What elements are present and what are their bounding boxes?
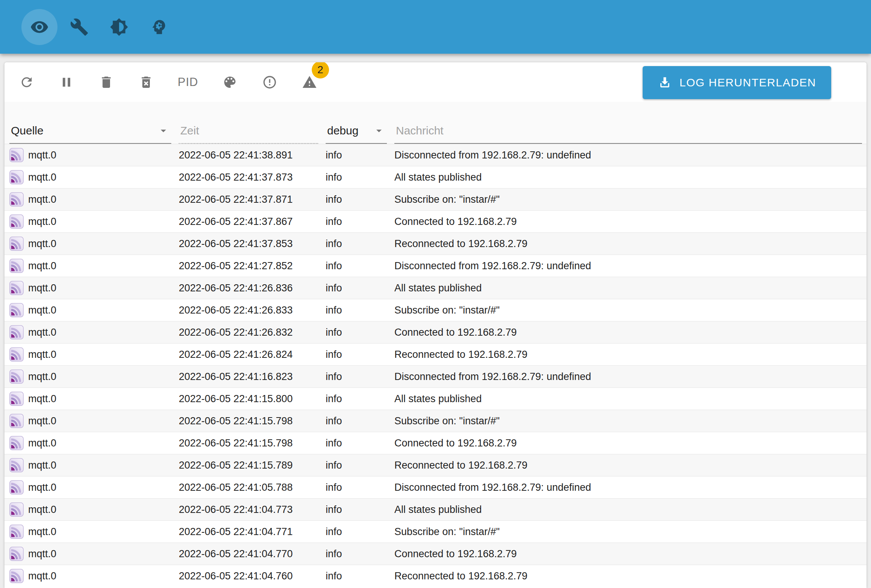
mqtt-adapter-icon — [9, 259, 24, 273]
clear-log-button[interactable] — [97, 73, 115, 91]
clear-log-file-button[interactable] — [137, 73, 155, 91]
severity-cell: info — [326, 349, 387, 360]
log-table-row[interactable]: mqtt.0 2022-06-05 22:41:16.823 info Disc… — [5, 365, 866, 387]
message-cell: Disconnected from 192.168.2.79: undefine… — [394, 371, 862, 383]
severity-cell: info — [326, 194, 387, 205]
trash-x-icon — [139, 75, 154, 90]
log-table-row[interactable]: mqtt.0 2022-06-05 22:41:04.771 info Subs… — [5, 520, 866, 543]
severity-cell: info — [326, 437, 387, 449]
warning-filter-button[interactable]: 2 — [300, 73, 319, 91]
source-label: mqtt.0 — [28, 415, 56, 427]
message-cell: Connected to 192.168.2.79 — [394, 548, 862, 560]
mqtt-adapter-icon — [9, 369, 24, 384]
mqtt-adapter-icon — [9, 237, 24, 251]
log-table-row[interactable]: mqtt.0 2022-06-05 22:41:15.789 info Reco… — [5, 454, 866, 476]
log-table-row[interactable]: mqtt.0 2022-06-05 22:41:38.891 info Disc… — [5, 144, 866, 166]
log-table-row[interactable]: mqtt.0 2022-06-05 22:41:37.853 info Reco… — [5, 232, 866, 255]
source-label: mqtt.0 — [28, 216, 56, 228]
error-filter-button[interactable] — [261, 73, 279, 91]
time-cell: 2022-06-05 22:41:04.770 — [179, 548, 318, 560]
severity-cell: info — [326, 327, 387, 338]
source-cell: mqtt.0 — [9, 281, 171, 295]
source-cell: mqtt.0 — [9, 392, 171, 406]
source-label: mqtt.0 — [28, 172, 56, 183]
chevron-down-icon — [157, 124, 170, 137]
pid-toggle-button[interactable]: PID — [177, 73, 199, 91]
message-filter-input[interactable]: Nachricht — [394, 121, 862, 144]
mqtt-adapter-icon — [9, 148, 24, 162]
log-table-row[interactable]: mqtt.0 2022-06-05 22:41:37.871 info Subs… — [5, 188, 866, 210]
message-cell: Reconnected to 192.168.2.79 — [394, 349, 862, 360]
mqtt-adapter-icon — [9, 547, 24, 561]
colorize-button[interactable] — [221, 73, 239, 91]
log-table-row[interactable]: mqtt.0 2022-06-05 22:41:15.800 info All … — [5, 387, 866, 410]
log-table-row[interactable]: mqtt.0 2022-06-05 22:41:05.788 info Disc… — [5, 476, 866, 498]
severity-cell: info — [326, 282, 387, 294]
settings-button[interactable] — [61, 9, 97, 45]
source-label: mqtt.0 — [28, 305, 56, 316]
log-table-row[interactable]: mqtt.0 2022-06-05 22:41:04.760 info Reco… — [5, 565, 866, 587]
time-cell: 2022-06-05 22:41:15.800 — [179, 393, 318, 405]
source-label: mqtt.0 — [28, 238, 56, 250]
source-filter-value: Quelle — [11, 124, 44, 137]
message-cell: Reconnected to 192.168.2.79 — [394, 238, 862, 250]
time-cell: 2022-06-05 22:41:26.824 — [179, 349, 318, 360]
source-cell: mqtt.0 — [9, 569, 171, 583]
message-cell: Connected to 192.168.2.79 — [394, 327, 862, 338]
download-log-button-label: LOG HERUNTERLADEN — [679, 76, 816, 89]
mqtt-adapter-icon — [9, 436, 24, 450]
message-cell: Connected to 192.168.2.79 — [394, 216, 862, 228]
log-table-row[interactable]: mqtt.0 2022-06-05 22:41:15.798 info Subs… — [5, 410, 866, 432]
log-table-row[interactable]: mqtt.0 2022-06-05 22:41:26.832 info Conn… — [5, 321, 866, 343]
source-label: mqtt.0 — [28, 460, 56, 471]
time-cell: 2022-06-05 22:41:37.873 — [179, 172, 318, 183]
app-bar — [0, 0, 871, 54]
severity-cell: info — [326, 238, 387, 250]
message-cell: Disconnected from 192.168.2.79: undefine… — [394, 482, 862, 493]
error-outline-icon — [262, 75, 277, 90]
log-toolbar: PID 2 — [5, 62, 866, 102]
source-filter-select[interactable]: Quelle — [9, 121, 171, 144]
source-cell: mqtt.0 — [9, 214, 171, 229]
mqtt-adapter-icon — [9, 303, 24, 317]
source-cell: mqtt.0 — [9, 325, 171, 339]
message-cell: Subscribe on: "instar/#" — [394, 526, 862, 538]
log-table-row[interactable]: mqtt.0 2022-06-05 22:41:04.770 info Conn… — [5, 543, 866, 565]
log-table-row[interactable]: mqtt.0 2022-06-05 22:41:04.773 info All … — [5, 498, 866, 520]
mqtt-adapter-icon — [9, 414, 24, 428]
mqtt-adapter-icon — [9, 192, 24, 207]
refresh-button[interactable] — [18, 73, 36, 91]
log-table-row[interactable]: mqtt.0 2022-06-05 22:41:15.798 info Conn… — [5, 432, 866, 454]
time-cell: 2022-06-05 22:41:26.832 — [179, 327, 318, 338]
time-filter-input[interactable]: Zeit — [179, 121, 318, 144]
theme-toggle-button[interactable] — [101, 9, 137, 45]
log-table-row[interactable]: mqtt.0 2022-06-05 22:41:37.867 info Conn… — [5, 210, 866, 232]
severity-cell: info — [326, 415, 387, 427]
log-table-row[interactable]: mqtt.0 2022-06-05 22:41:26.836 info All … — [5, 277, 866, 299]
warning-triangle-icon — [302, 75, 317, 90]
view-logs-button[interactable] — [21, 9, 57, 45]
expert-mode-button[interactable] — [141, 9, 177, 45]
severity-cell: info — [326, 460, 387, 471]
severity-cell: info — [326, 149, 387, 161]
source-cell: mqtt.0 — [9, 525, 171, 539]
source-label: mqtt.0 — [28, 504, 56, 516]
log-table-row[interactable]: mqtt.0 2022-06-05 22:41:26.833 info Subs… — [5, 299, 866, 321]
severity-cell: info — [326, 393, 387, 405]
source-label: mqtt.0 — [28, 260, 56, 272]
source-label: mqtt.0 — [28, 482, 56, 493]
source-label: mqtt.0 — [28, 349, 56, 360]
pause-button[interactable] — [57, 73, 75, 91]
download-log-button[interactable]: LOG HERUNTERLADEN — [643, 66, 831, 99]
mqtt-adapter-icon — [9, 325, 24, 339]
log-table-row[interactable]: mqtt.0 2022-06-05 22:41:27.852 info Disc… — [5, 255, 866, 277]
severity-filter-select[interactable]: debug — [326, 121, 387, 144]
visibility-icon — [30, 18, 49, 36]
severity-cell: info — [326, 172, 387, 183]
source-label: mqtt.0 — [28, 526, 56, 538]
chevron-down-icon — [373, 124, 385, 137]
log-table-row[interactable]: mqtt.0 2022-06-05 22:41:26.824 info Reco… — [5, 343, 866, 365]
log-table-row[interactable]: mqtt.0 2022-06-05 22:41:37.873 info All … — [5, 166, 866, 188]
time-cell: 2022-06-05 22:41:15.798 — [179, 415, 318, 427]
mqtt-adapter-icon — [9, 569, 24, 583]
